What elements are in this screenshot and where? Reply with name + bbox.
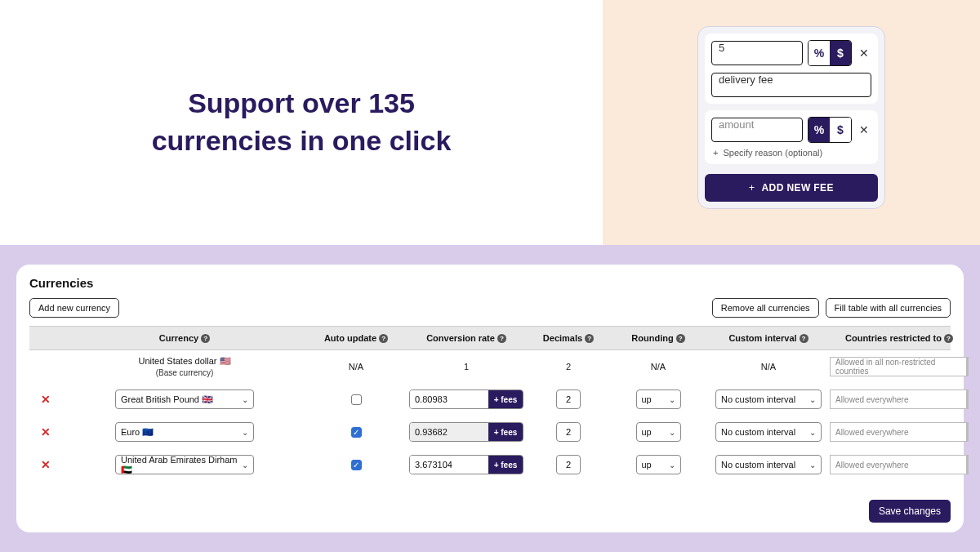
decimals-input[interactable] bbox=[556, 390, 581, 409]
chevron-down-icon: ⌄ bbox=[809, 461, 816, 470]
conversion-rate-input[interactable]: 3.673104 bbox=[410, 456, 488, 474]
rounding-select[interactable]: up⌄ bbox=[636, 455, 681, 474]
fill-all-currencies-button[interactable]: Fill table with all currencies bbox=[826, 298, 951, 318]
chevron-down-icon: ⌄ bbox=[242, 461, 248, 470]
col-custom-interval: Custom interval bbox=[728, 333, 796, 343]
remove-currency-button[interactable]: ✕ bbox=[41, 393, 51, 406]
base-rounding: N/A bbox=[609, 362, 707, 372]
chevron-down-icon: ⌄ bbox=[669, 395, 675, 404]
marketing-headline: Support over 135 currencies in one click bbox=[152, 85, 452, 160]
fee-block: amount%$✕Specify reason (optional) bbox=[705, 110, 878, 164]
rate-fees-button[interactable]: + fees bbox=[488, 390, 523, 408]
auto-update-checkbox[interactable] bbox=[351, 394, 362, 405]
col-countries: Countries restricted to bbox=[845, 333, 942, 343]
table-row: ✕Great British Pound 🇬🇧⌄0.80983+ feesup⌄… bbox=[29, 383, 951, 416]
currencies-panel: Currencies Add new currency Remove all c… bbox=[16, 265, 964, 532]
fee-amount-input[interactable]: 5 bbox=[711, 41, 803, 65]
custom-interval-select[interactable]: No custom interval⌄ bbox=[715, 422, 822, 442]
rate-fees-button[interactable]: + fees bbox=[488, 423, 523, 441]
countries-input[interactable]: Allowed everywhere bbox=[830, 455, 969, 474]
help-icon[interactable] bbox=[201, 334, 210, 343]
conversion-rate-field: 0.80983+ fees bbox=[409, 390, 523, 409]
fees-card: 5%$✕delivery feeamount%$✕Specify reason … bbox=[697, 26, 885, 209]
rounding-select[interactable]: up⌄ bbox=[636, 390, 681, 409]
conversion-rate-field: 0.93682+ fees bbox=[409, 422, 523, 442]
headline-line-1: Support over 135 bbox=[152, 85, 452, 122]
countries-input[interactable]: Allowed everywhere bbox=[830, 422, 969, 442]
table-row: ✕United Arab Emirates Dirham 🇦🇪⌄3.673104… bbox=[29, 448, 951, 481]
remove-fee-button[interactable]: ✕ bbox=[857, 122, 871, 137]
currency-select[interactable]: United Arab Emirates Dirham 🇦🇪⌄ bbox=[115, 455, 254, 474]
fee-block: 5%$✕delivery fee bbox=[705, 33, 878, 104]
rate-fees-button[interactable]: + fees bbox=[488, 456, 523, 474]
fee-unit-percent[interactable]: % bbox=[808, 41, 830, 65]
fee-unit-toggle: %$ bbox=[808, 40, 852, 66]
specify-reason-button[interactable]: Specify reason (optional) bbox=[711, 143, 871, 158]
chevron-down-icon: ⌄ bbox=[669, 461, 675, 470]
currency-select[interactable]: Euro 🇪🇺⌄ bbox=[115, 422, 254, 442]
countries-input[interactable]: Allowed everywhere bbox=[830, 390, 969, 409]
remove-all-currencies-button[interactable]: Remove all currencies bbox=[712, 298, 819, 318]
chevron-down-icon: ⌄ bbox=[809, 428, 816, 437]
base-currency-name: United States dollar 🇺🇸 bbox=[138, 355, 230, 367]
decimals-input[interactable] bbox=[556, 455, 581, 474]
base-auto-update: N/A bbox=[307, 362, 405, 372]
rounding-select[interactable]: up⌄ bbox=[636, 422, 681, 442]
auto-update-checkbox[interactable] bbox=[351, 427, 362, 438]
col-decimals: Decimals bbox=[543, 333, 582, 343]
remove-currency-button[interactable]: ✕ bbox=[41, 425, 51, 438]
col-conversion-rate: Conversion rate bbox=[426, 333, 495, 343]
help-icon[interactable] bbox=[379, 334, 388, 343]
table-header: Currency Auto update Conversion rate Dec… bbox=[29, 326, 951, 350]
fee-reason-input[interactable]: delivery fee bbox=[711, 73, 871, 97]
fee-unit-currency[interactable]: $ bbox=[830, 41, 851, 65]
help-icon[interactable] bbox=[800, 334, 808, 343]
base-rate: 1 bbox=[405, 362, 528, 372]
conversion-rate-input: 0.93682 bbox=[410, 423, 488, 441]
table-row: ✕Euro 🇪🇺⌄0.93682+ feesup⌄No custom inter… bbox=[29, 416, 951, 448]
help-icon[interactable] bbox=[497, 334, 506, 343]
custom-interval-select[interactable]: No custom interval⌄ bbox=[715, 455, 822, 474]
chevron-down-icon: ⌄ bbox=[809, 395, 816, 404]
fee-unit-percent[interactable]: % bbox=[808, 118, 830, 142]
table-row-base: United States dollar 🇺🇸 (Base currency) … bbox=[29, 350, 951, 383]
remove-currency-button[interactable]: ✕ bbox=[41, 458, 51, 471]
remove-fee-button[interactable]: ✕ bbox=[857, 46, 871, 60]
help-icon[interactable] bbox=[676, 334, 685, 343]
base-countries-input[interactable]: Allowed in all non-restricted countries bbox=[830, 357, 969, 376]
col-auto-update: Auto update bbox=[324, 333, 376, 343]
base-currency-note: (Base currency) bbox=[156, 367, 214, 378]
panel-title: Currencies bbox=[29, 276, 951, 290]
fee-unit-toggle: %$ bbox=[808, 117, 852, 143]
conversion-rate-field: 3.673104+ fees bbox=[409, 455, 523, 474]
fee-unit-currency[interactable]: $ bbox=[830, 118, 851, 142]
currency-select[interactable]: Great British Pound 🇬🇧⌄ bbox=[115, 390, 254, 409]
base-custom-interval: N/A bbox=[707, 362, 830, 372]
chevron-down-icon: ⌄ bbox=[242, 428, 248, 437]
add-new-currency-button[interactable]: Add new currency bbox=[29, 298, 119, 318]
col-rounding: Rounding bbox=[631, 333, 673, 343]
help-icon[interactable] bbox=[944, 334, 953, 343]
chevron-down-icon: ⌄ bbox=[242, 395, 248, 404]
col-currency: Currency bbox=[159, 333, 198, 343]
add-new-fee-button[interactable]: ADD NEW FEE bbox=[705, 174, 878, 202]
auto-update-checkbox[interactable] bbox=[351, 460, 362, 470]
fee-amount-input[interactable]: amount bbox=[711, 118, 803, 142]
decimals-input[interactable] bbox=[556, 422, 581, 442]
help-icon[interactable] bbox=[585, 334, 594, 343]
save-changes-button[interactable]: Save changes bbox=[869, 500, 951, 523]
base-decimals: 2 bbox=[528, 362, 609, 372]
headline-line-2: currencies in one click bbox=[152, 122, 452, 160]
conversion-rate-input[interactable]: 0.80983 bbox=[410, 390, 488, 408]
chevron-down-icon: ⌄ bbox=[669, 428, 675, 437]
custom-interval-select[interactable]: No custom interval⌄ bbox=[715, 390, 822, 409]
